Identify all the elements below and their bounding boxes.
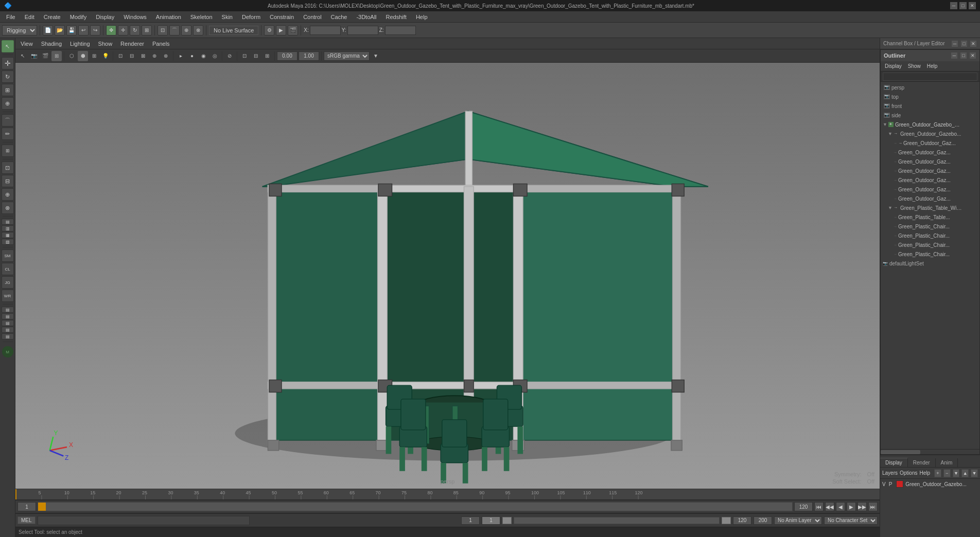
y-input[interactable] xyxy=(347,26,378,35)
menu-3dtoall[interactable]: -3DtoAll xyxy=(352,13,380,21)
vp-isolate-btn[interactable]: ⊘ xyxy=(224,51,235,61)
vp-select-all-btn[interactable]: ⊡ xyxy=(115,51,126,61)
transform-button[interactable]: ✛ xyxy=(2,57,14,69)
end-frame-input[interactable] xyxy=(794,502,813,511)
outliner-item-mesh6[interactable]: → Green_Outdoor_Gaz... xyxy=(881,185,979,194)
channel-box-close[interactable]: ✕ xyxy=(970,40,977,47)
outliner-item-side[interactable]: 📷 side xyxy=(881,111,979,120)
outliner-item-mesh7[interactable]: → Green_Outdoor_Gaz... xyxy=(881,194,979,203)
snap-surface-button[interactable]: ⊗ xyxy=(193,25,203,35)
wire-button[interactable]: WR xyxy=(2,290,14,302)
soft-mod-button[interactable]: SM xyxy=(2,249,14,262)
channel-box-maximize[interactable]: □ xyxy=(960,40,968,47)
prev-frame-button[interactable]: ◀ xyxy=(836,502,845,511)
lasso-select-button[interactable]: ⌒ xyxy=(2,114,14,127)
frame-range-bar[interactable] xyxy=(514,517,720,524)
vp-camera-btn[interactable]: 📷 xyxy=(29,51,39,61)
render-region3-button[interactable]: ▦ xyxy=(2,232,14,238)
near-clip-input[interactable] xyxy=(277,51,297,61)
out-show-menu[interactable]: Show xyxy=(906,63,923,69)
snap-grid-button[interactable]: ⊡ xyxy=(157,25,168,35)
vp-film-btn[interactable]: 🎬 xyxy=(40,51,50,61)
play-button[interactable]: ▶ xyxy=(847,502,856,511)
vp-view-menu[interactable]: View xyxy=(18,40,36,48)
vp-pf3-btn[interactable]: ◉ xyxy=(198,51,208,61)
menu-deform[interactable]: Deform xyxy=(238,13,265,21)
frame-range-current-start[interactable] xyxy=(482,516,500,525)
grid1-button[interactable]: ▤ xyxy=(2,307,14,313)
save-file-button[interactable]: 💾 xyxy=(66,25,77,35)
render-region2-button[interactable]: ▥ xyxy=(2,225,14,231)
vp-renderer-menu[interactable]: Renderer xyxy=(117,40,147,48)
vp-shading-menu[interactable]: Shading xyxy=(38,40,65,48)
menu-create[interactable]: Create xyxy=(40,13,65,21)
options-menu[interactable]: Options xyxy=(900,470,917,476)
vp-pf2-btn[interactable]: ● xyxy=(187,51,197,61)
vp-lighting-menu[interactable]: Lighting xyxy=(67,40,93,48)
select-tool-button[interactable]: ✥ xyxy=(106,25,116,35)
scale-button[interactable]: ⊞ xyxy=(2,84,14,96)
menu-control[interactable]: Control xyxy=(299,13,325,21)
layer-down-button[interactable]: ▼ xyxy=(971,469,978,477)
frame-range-start[interactable] xyxy=(461,516,480,525)
snap-point-button[interactable]: ⊕ xyxy=(181,25,191,35)
tab-render[interactable]: Render xyxy=(908,458,936,467)
outliner-hscrollbar[interactable] xyxy=(881,449,979,454)
menu-modify[interactable]: Modify xyxy=(66,13,91,21)
rotate-button[interactable]: ↻ xyxy=(2,70,14,83)
show-manipulator-button[interactable]: ⊞ xyxy=(2,145,14,157)
outliner-minimize[interactable]: ─ xyxy=(951,52,958,59)
z-input[interactable] xyxy=(385,26,416,35)
outliner-item-persp[interactable]: 📷 persp xyxy=(881,83,979,92)
current-frame-input[interactable] xyxy=(18,502,36,511)
jump-end-button[interactable]: ⏭ xyxy=(868,502,878,511)
vp-panels-menu[interactable]: Panels xyxy=(149,40,173,48)
timeline-ruler[interactable] xyxy=(15,489,880,500)
menu-skin[interactable]: Skin xyxy=(218,13,237,21)
rotate-tool-button[interactable]: ↻ xyxy=(130,25,140,35)
snap-together-button[interactable]: ⊡ xyxy=(2,162,14,174)
vp-show-menu[interactable]: Show xyxy=(95,40,116,48)
layout-dropdown[interactable]: Rigging xyxy=(2,25,37,35)
menu-skeleton[interactable]: Skeleton xyxy=(186,13,217,21)
paint-select-button[interactable]: ✏ xyxy=(2,128,14,140)
menu-constrain[interactable]: Constrain xyxy=(266,13,298,21)
grid4-button[interactable]: ▤ xyxy=(2,327,14,333)
minimize-button[interactable]: ─ xyxy=(950,2,957,9)
vp-normal-btn[interactable]: ⊕ xyxy=(149,51,160,61)
out-display-menu[interactable]: Display xyxy=(883,63,904,69)
layer-up-button[interactable]: ▲ xyxy=(961,469,969,477)
redo-button[interactable]: ↪ xyxy=(90,25,100,35)
outliner-item-plastic-group[interactable]: ▼ → Green_Plastic_Table_Wit... xyxy=(881,203,979,212)
tab-anim[interactable]: Anim xyxy=(936,458,958,467)
vp-solid-btn[interactable]: ⬢ xyxy=(78,51,88,61)
vp-crease-btn[interactable]: ⊗ xyxy=(161,51,171,61)
outliner-item-mesh3[interactable]: → Green_Outdoor_Gaz... xyxy=(881,157,979,166)
outliner-item-chair4[interactable]: → Green_Plastic_Chair... xyxy=(881,249,979,259)
outliner-item-gazebo-sub[interactable]: ▼ → Green_Outdoor_Gazebo... xyxy=(881,129,979,138)
outliner-item-chair3[interactable]: → Green_Plastic_Chair... xyxy=(881,240,979,249)
vp-component-btn[interactable]: ⊟ xyxy=(127,51,137,61)
render-settings-button[interactable]: ⚙ xyxy=(264,25,274,35)
outliner-item-table[interactable]: → Green_Plastic_Table... xyxy=(881,212,979,222)
cluster-button[interactable]: CL xyxy=(2,263,14,275)
close-button[interactable]: ✕ xyxy=(969,2,976,9)
jiggle-button[interactable]: JG xyxy=(2,276,14,289)
outliner-close[interactable]: ✕ xyxy=(969,52,976,59)
menu-edit[interactable]: Edit xyxy=(21,13,39,21)
outliner-search-input[interactable] xyxy=(883,73,977,81)
delete-layer-button[interactable]: − xyxy=(943,469,951,477)
vp-wireframe-btn[interactable]: ⬡ xyxy=(66,51,77,61)
vp-select-btn[interactable]: ↖ xyxy=(18,51,28,61)
channel-box-minimize[interactable]: ─ xyxy=(951,40,958,47)
layers-menu[interactable]: Layers xyxy=(882,470,898,476)
step-back-button[interactable]: ◀◀ xyxy=(825,502,834,511)
outliner-item-front[interactable]: 📷 front xyxy=(881,101,979,111)
vp-texture-btn[interactable]: ⊞ xyxy=(89,51,99,61)
menu-redshift[interactable]: Redshift xyxy=(382,13,411,21)
layer-options-button[interactable]: ▼ xyxy=(953,469,960,477)
outliner-item-chair2[interactable]: → Green_Plastic_Chair... xyxy=(881,231,979,240)
mel-input[interactable] xyxy=(38,516,250,525)
anim-layer-dropdown[interactable]: No Anim Layer xyxy=(774,516,822,525)
vp-pf1-btn[interactable]: ▸ xyxy=(176,51,186,61)
